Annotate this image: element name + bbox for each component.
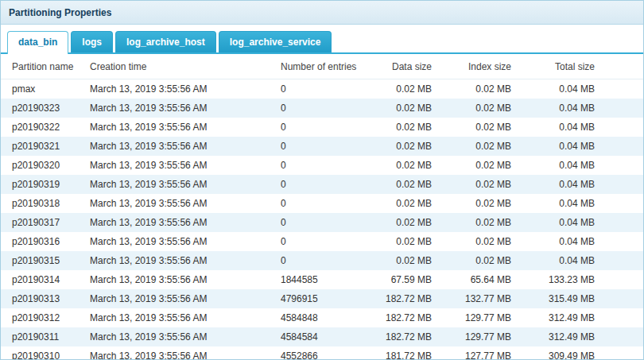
table-row[interactable]: p20190323March 13, 2019 3:55:56 AM00.02 … <box>1 99 643 118</box>
cell-creation-time: March 13, 2019 3:55:56 AM <box>85 156 276 175</box>
cell-number-of-entries: 4584848 <box>276 308 379 327</box>
cell-index-size: 0.02 MB <box>436 213 516 232</box>
cell-index-size: 127.77 MB <box>436 346 516 360</box>
cell-total-size: 0.04 MB <box>516 251 599 270</box>
table-row[interactable]: p20190321March 13, 2019 3:55:56 AM00.02 … <box>1 137 643 156</box>
tab-log-archive-host[interactable]: log_archive_host <box>115 31 216 52</box>
table-row[interactable]: pmaxMarch 13, 2019 3:55:56 AM00.02 MB0.0… <box>1 79 643 99</box>
cell-total-size: 133.23 MB <box>516 270 599 289</box>
cell-total-size: 0.04 MB <box>516 213 599 232</box>
table-row[interactable]: p20190313March 13, 2019 3:55:56 AM479691… <box>1 289 643 308</box>
cell-data-size: 0.02 MB <box>379 194 436 213</box>
cell-number-of-entries: 0 <box>276 118 379 137</box>
table-row[interactable]: p20190314March 13, 2019 3:55:56 AM184458… <box>1 270 643 289</box>
cell-filler <box>599 137 643 156</box>
column-header-total-size: Total size <box>516 54 599 79</box>
partitioning-properties-panel: Partitioning Properties data_bin logs lo… <box>0 0 644 360</box>
table-header-row: Partition name Creation time Number of e… <box>1 54 643 79</box>
cell-data-size: 0.02 MB <box>379 137 436 156</box>
cell-filler <box>599 156 643 175</box>
cell-creation-time: March 13, 2019 3:55:56 AM <box>85 118 276 137</box>
cell-data-size: 0.02 MB <box>379 99 436 118</box>
cell-filler <box>599 232 643 251</box>
cell-number-of-entries: 0 <box>276 99 379 118</box>
cell-partition-name: p20190321 <box>1 137 85 156</box>
cell-total-size: 0.04 MB <box>516 175 599 194</box>
cell-partition-name: p20190317 <box>1 213 85 232</box>
tab-logs[interactable]: logs <box>71 31 113 52</box>
cell-index-size: 0.02 MB <box>436 194 516 213</box>
cell-number-of-entries: 4796915 <box>276 289 379 308</box>
tab-data-bin[interactable]: data_bin <box>7 31 68 54</box>
cell-data-size: 182.72 MB <box>379 289 436 308</box>
column-header-partition-name: Partition name <box>1 54 85 79</box>
table-row[interactable]: p20190317March 13, 2019 3:55:56 AM00.02 … <box>1 213 643 232</box>
cell-partition-name: p20190319 <box>1 175 85 194</box>
cell-filler <box>599 99 643 118</box>
cell-number-of-entries: 0 <box>276 232 379 251</box>
cell-number-of-entries: 0 <box>276 194 379 213</box>
cell-number-of-entries: 0 <box>276 79 379 99</box>
cell-total-size: 312.49 MB <box>516 308 599 327</box>
tabstrip: data_bin logs log_archive_host log_archi… <box>1 25 643 54</box>
cell-filler <box>599 175 643 194</box>
cell-creation-time: March 13, 2019 3:55:56 AM <box>85 99 276 118</box>
cell-total-size: 0.04 MB <box>516 99 599 118</box>
cell-total-size: 315.49 MB <box>516 289 599 308</box>
table-row[interactable]: p20190312March 13, 2019 3:55:56 AM458484… <box>1 308 643 327</box>
cell-data-size: 181.72 MB <box>379 346 436 360</box>
cell-total-size: 0.04 MB <box>516 137 599 156</box>
cell-creation-time: March 13, 2019 3:55:56 AM <box>85 346 276 360</box>
cell-filler <box>599 213 643 232</box>
table-row[interactable]: p20190315March 13, 2019 3:55:56 AM00.02 … <box>1 251 643 270</box>
cell-data-size: 0.02 MB <box>379 156 436 175</box>
cell-data-size: 67.59 MB <box>379 270 436 289</box>
cell-data-size: 0.02 MB <box>379 213 436 232</box>
cell-index-size: 0.02 MB <box>436 251 516 270</box>
cell-filler <box>599 194 643 213</box>
cell-partition-name: p20190310 <box>1 346 85 360</box>
cell-total-size: 0.04 MB <box>516 156 599 175</box>
table-row[interactable]: p20190311March 13, 2019 3:55:56 AM458458… <box>1 327 643 346</box>
table-row[interactable]: p20190322March 13, 2019 3:55:56 AM00.02 … <box>1 118 643 137</box>
tab-log-archive-service[interactable]: log_archive_service <box>219 31 332 52</box>
cell-creation-time: March 13, 2019 3:55:56 AM <box>85 79 276 99</box>
cell-index-size: 132.77 MB <box>436 289 516 308</box>
cell-data-size: 0.02 MB <box>379 175 436 194</box>
cell-filler <box>599 308 643 327</box>
cell-index-size: 129.77 MB <box>436 308 516 327</box>
column-header-number-of-entries: Number of entries <box>276 54 379 79</box>
cell-creation-time: March 13, 2019 3:55:56 AM <box>85 308 276 327</box>
cell-index-size: 0.02 MB <box>436 79 516 99</box>
cell-total-size: 0.04 MB <box>516 194 599 213</box>
cell-partition-name: p20190311 <box>1 327 85 346</box>
table-body: pmaxMarch 13, 2019 3:55:56 AM00.02 MB0.0… <box>1 79 643 360</box>
cell-index-size: 0.02 MB <box>436 175 516 194</box>
cell-number-of-entries: 0 <box>276 137 379 156</box>
cell-partition-name: p20190315 <box>1 251 85 270</box>
cell-total-size: 0.04 MB <box>516 79 599 99</box>
table-row[interactable]: p20190319March 13, 2019 3:55:56 AM00.02 … <box>1 175 643 194</box>
table-row[interactable]: p20190320March 13, 2019 3:55:56 AM00.02 … <box>1 156 643 175</box>
cell-index-size: 0.02 MB <box>436 99 516 118</box>
cell-data-size: 0.02 MB <box>379 232 436 251</box>
cell-partition-name: p20190316 <box>1 232 85 251</box>
cell-creation-time: March 13, 2019 3:55:56 AM <box>85 251 276 270</box>
table-row[interactable]: p20190310March 13, 2019 3:55:56 AM455286… <box>1 346 643 360</box>
cell-filler <box>599 270 643 289</box>
cell-data-size: 182.72 MB <box>379 308 436 327</box>
cell-index-size: 65.64 MB <box>436 270 516 289</box>
cell-filler <box>599 327 643 346</box>
partition-table: Partition name Creation time Number of e… <box>1 54 643 360</box>
panel-title: Partitioning Properties <box>9 7 111 18</box>
partition-table-container: Partition name Creation time Number of e… <box>1 54 643 360</box>
cell-partition-name: p20190320 <box>1 156 85 175</box>
cell-index-size: 0.02 MB <box>436 232 516 251</box>
table-row[interactable]: p20190316March 13, 2019 3:55:56 AM00.02 … <box>1 232 643 251</box>
cell-filler <box>599 289 643 308</box>
cell-creation-time: March 13, 2019 3:55:56 AM <box>85 213 276 232</box>
cell-data-size: 0.02 MB <box>379 118 436 137</box>
cell-number-of-entries: 0 <box>276 251 379 270</box>
table-row[interactable]: p20190318March 13, 2019 3:55:56 AM00.02 … <box>1 194 643 213</box>
cell-total-size: 0.04 MB <box>516 232 599 251</box>
